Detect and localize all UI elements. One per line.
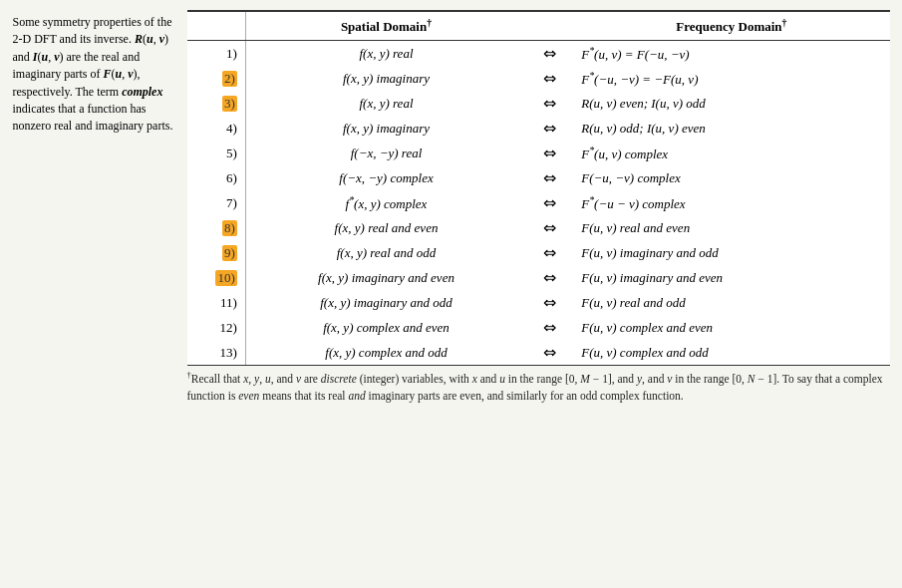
row-number: 9) xyxy=(187,240,246,265)
arrow: ⇔ xyxy=(526,190,573,215)
table-wrapper: Spatial Domain† Frequency Domain† 1)f(x,… xyxy=(187,10,890,405)
row-number: 7) xyxy=(187,190,246,215)
frequency-domain: F(u, v) imaginary and even xyxy=(573,265,889,290)
spatial-domain: f(x, y) real xyxy=(245,41,526,67)
frequency-domain: F(u, v) complex and odd xyxy=(573,340,889,366)
spatial-domain: f(x, y) real and odd xyxy=(245,240,526,265)
arrow: ⇔ xyxy=(526,215,573,240)
frequency-domain: F(u, v) imaginary and odd xyxy=(573,240,889,265)
row-number: 13) xyxy=(187,340,246,366)
arrow: ⇔ xyxy=(526,141,573,165)
page-container: Some symmetry properties of the 2-D DFT … xyxy=(13,10,890,405)
frequency-domain: F*(u, v) = F(−u, −v) xyxy=(573,41,889,67)
arrow: ⇔ xyxy=(526,165,573,190)
table-row: 8)f(x, y) real and even⇔F(u, v) real and… xyxy=(187,215,890,240)
frequency-domain: F(−u, −v) complex xyxy=(573,165,889,190)
row-number: 3) xyxy=(187,91,246,116)
spatial-domain: f*(x, y) complex xyxy=(245,190,526,215)
spatial-domain: f(x, y) imaginary xyxy=(245,116,526,141)
arrow: ⇔ xyxy=(526,315,573,340)
header-arrow xyxy=(526,11,573,41)
header-spatial: Spatial Domain† xyxy=(245,11,526,41)
table-row: 11)f(x, y) imaginary and odd⇔F(u, v) rea… xyxy=(187,290,890,315)
row-number: 1) xyxy=(187,41,246,67)
row-number: 5) xyxy=(187,141,246,165)
spatial-domain: f(−x, −y) complex xyxy=(245,165,526,190)
arrow: ⇔ xyxy=(526,340,573,366)
spatial-domain: f(x, y) complex and even xyxy=(245,315,526,340)
spatial-domain: f(x, y) real and even xyxy=(245,215,526,240)
row-number: 6) xyxy=(187,165,246,190)
row-number: 8) xyxy=(187,215,246,240)
frequency-domain: R(u, v) odd; I(u, v) even xyxy=(573,116,889,141)
header-freq: Frequency Domain† xyxy=(573,11,889,41)
caption: Some symmetry properties of the 2-D DFT … xyxy=(13,14,177,136)
arrow: ⇔ xyxy=(526,240,573,265)
row-number: 12) xyxy=(187,315,246,340)
arrow: ⇔ xyxy=(526,290,573,315)
sidebar: Some symmetry properties of the 2-D DFT … xyxy=(13,10,187,405)
frequency-domain: F(u, v) real and odd xyxy=(573,290,889,315)
frequency-domain: F(u, v) complex and even xyxy=(573,315,889,340)
table-row: 13)f(x, y) complex and odd⇔F(u, v) compl… xyxy=(187,340,890,366)
table-row: 12)f(x, y) complex and even⇔F(u, v) comp… xyxy=(187,315,890,340)
row-number: 10) xyxy=(187,265,246,290)
arrow: ⇔ xyxy=(526,41,573,67)
frequency-domain: F*(−u − v) complex xyxy=(573,190,889,215)
header-num xyxy=(187,11,246,41)
table-row: 7)f*(x, y) complex⇔F*(−u − v) complex xyxy=(187,190,890,215)
symmetry-table: Spatial Domain† Frequency Domain† 1)f(x,… xyxy=(187,10,890,366)
spatial-domain: f(x, y) complex and odd xyxy=(245,340,526,366)
table-row: 1)f(x, y) real⇔F*(u, v) = F(−u, −v) xyxy=(187,41,890,67)
frequency-domain: F*(−u, −v) = −F(u, v) xyxy=(573,66,889,91)
footnote: †Recall that x, y, u, and v are discrete… xyxy=(187,369,890,404)
row-number: 2) xyxy=(187,66,246,91)
spatial-domain: f(x, y) imaginary xyxy=(245,66,526,91)
arrow: ⇔ xyxy=(526,265,573,290)
spatial-domain: f(−x, −y) real xyxy=(245,141,526,165)
table-row: 5)f(−x, −y) real⇔F*(u, v) complex xyxy=(187,141,890,165)
spatial-domain: f(x, y) imaginary and even xyxy=(245,265,526,290)
spatial-domain: f(x, y) imaginary and odd xyxy=(245,290,526,315)
table-row: 10)f(x, y) imaginary and even⇔F(u, v) im… xyxy=(187,265,890,290)
frequency-domain: F(u, v) real and even xyxy=(573,215,889,240)
row-number: 11) xyxy=(187,290,246,315)
arrow: ⇔ xyxy=(526,91,573,116)
table-row: 9)f(x, y) real and odd⇔F(u, v) imaginary… xyxy=(187,240,890,265)
table-row: 4)f(x, y) imaginary⇔R(u, v) odd; I(u, v)… xyxy=(187,116,890,141)
frequency-domain: F*(u, v) complex xyxy=(573,141,889,165)
table-row: 6)f(−x, −y) complex⇔F(−u, −v) complex xyxy=(187,165,890,190)
table-row: 3)f(x, y) real⇔R(u, v) even; I(u, v) odd xyxy=(187,91,890,116)
row-number: 4) xyxy=(187,116,246,141)
arrow: ⇔ xyxy=(526,66,573,91)
arrow: ⇔ xyxy=(526,116,573,141)
frequency-domain: R(u, v) even; I(u, v) odd xyxy=(573,91,889,116)
table-row: 2)f(x, y) imaginary⇔F*(−u, −v) = −F(u, v… xyxy=(187,66,890,91)
spatial-domain: f(x, y) real xyxy=(245,91,526,116)
